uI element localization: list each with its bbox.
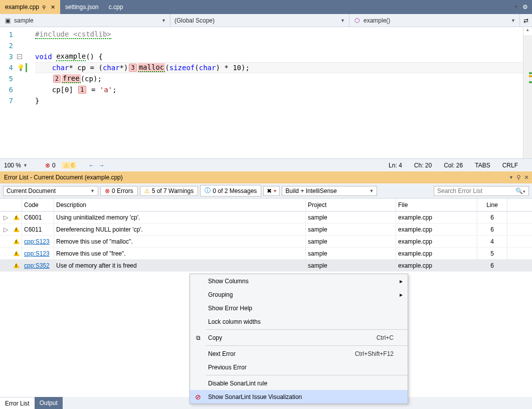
- tab-example-cpp[interactable]: example.cpp ⚲ ✕: [0, 0, 60, 14]
- cell-description: Use of memory after it is freed: [54, 260, 306, 271]
- column-code[interactable]: Code: [22, 198, 54, 211]
- table-row[interactable]: cpp:S123Remove this use of "malloc".samp…: [0, 236, 532, 248]
- filter-icon-button[interactable]: ✖▾: [263, 186, 280, 196]
- class-dropdown[interactable]: ▣ sample ▼: [0, 14, 170, 27]
- menu-grouping[interactable]: Grouping▸: [190, 288, 408, 301]
- fold-icon[interactable]: −: [17, 54, 22, 59]
- column-line[interactable]: Line: [477, 198, 507, 211]
- messages-filter-button[interactable]: ⓘ 0 of 2 Messages: [200, 185, 261, 196]
- cell-file: example.cpp: [396, 224, 477, 235]
- class-icon: ▣: [4, 17, 11, 24]
- cell-line: 6: [477, 224, 507, 235]
- build-filter-dropdown[interactable]: Build + IntelliSense▼: [282, 186, 377, 196]
- back-arrow-icon[interactable]: ←: [88, 162, 94, 169]
- menu-previous-error[interactable]: Previous Error: [190, 360, 408, 374]
- code-text: (: [195, 64, 199, 72]
- menu-show-help[interactable]: Show Error Help: [190, 301, 408, 315]
- warning-count[interactable]: ⚠ 6: [62, 162, 77, 169]
- issue-marker-2[interactable]: 2: [53, 75, 61, 83]
- lightbulb-icon[interactable]: 💡: [17, 64, 25, 71]
- tab-c-cpp[interactable]: c.cpp: [104, 0, 128, 14]
- chevron-down-icon: ▼: [340, 18, 345, 23]
- scope-dropdown[interactable]: (Global Scope) ▼: [170, 14, 349, 27]
- zoom-dropdown[interactable]: 100 % ▼: [4, 162, 39, 169]
- search-input[interactable]: [437, 187, 515, 194]
- cell-file: example.cpp: [396, 212, 477, 223]
- column-project[interactable]: Project: [306, 198, 396, 211]
- column-description[interactable]: Description: [54, 198, 306, 211]
- cell-description: Using uninitialized memory 'cp'.: [54, 212, 306, 223]
- cell-file: example.cpp: [396, 260, 477, 271]
- table-row[interactable]: ▷C6001Using uninitialized memory 'cp'.sa…: [0, 212, 532, 224]
- menu-show-columns[interactable]: Show Columns▸: [190, 274, 408, 288]
- gear-icon[interactable]: ⚙: [522, 4, 528, 11]
- panel-title: Error List - Current Document (example.c…: [4, 174, 123, 181]
- code-text: =: [87, 86, 100, 94]
- grid-header: Code Description Project File Line: [0, 198, 532, 212]
- code-text: (cp);: [81, 75, 102, 83]
- errors-filter-button[interactable]: ⊗ 0 Errors: [100, 186, 138, 196]
- line-indicator[interactable]: Ln: 4: [389, 162, 402, 169]
- code-area[interactable]: #include <cstdlib> void example() { char…: [35, 27, 523, 158]
- table-row[interactable]: ▷C6011Dereferencing NULL pointer 'cp'.sa…: [0, 224, 532, 236]
- warning-icon: [11, 212, 22, 223]
- column-indicator[interactable]: Col: 26: [444, 162, 463, 169]
- expand-icon[interactable]: [0, 260, 11, 271]
- copy-icon: ⧉: [194, 334, 202, 341]
- menu-show-sonarlint-viz[interactable]: ⊘Show SonarLint Issue Visualization: [190, 390, 408, 403]
- error-list-header: Error List - Current Document (example.c…: [0, 171, 532, 183]
- code-text: char: [199, 64, 216, 72]
- pin-icon[interactable]: ⚲: [42, 5, 46, 10]
- issue-marker-1[interactable]: 1: [78, 86, 86, 94]
- change-marker: [26, 63, 27, 72]
- cell-project: sample: [306, 236, 396, 247]
- expand-icon[interactable]: [0, 248, 11, 259]
- search-icon[interactable]: 🔍▾: [515, 187, 525, 194]
- menu-lock-widths[interactable]: Lock column widths: [190, 315, 408, 328]
- code-text: [52, 53, 56, 61]
- pin-icon[interactable]: ⚲: [516, 174, 521, 181]
- error-count[interactable]: ⊗ 0: [45, 162, 56, 169]
- tab-settings-json[interactable]: settings.json: [60, 0, 104, 14]
- tab-error-list[interactable]: Error List: [0, 397, 35, 409]
- cell-line: 6: [477, 212, 507, 223]
- line-ending[interactable]: CRLF: [502, 162, 518, 169]
- close-icon[interactable]: ✕: [51, 4, 55, 11]
- dropdown-icon[interactable]: ▼: [509, 175, 513, 180]
- code-text: ;: [112, 86, 116, 94]
- table-row[interactable]: cpp:S352Use of memory after it is freeds…: [0, 260, 532, 272]
- dropdown-icon[interactable]: ▼: [514, 5, 518, 10]
- code-editor[interactable]: 1 2 3− 4💡 5 6 7 #include <cstdlib> void …: [0, 27, 532, 158]
- table-row[interactable]: cpp:S123Remove this use of "free".sample…: [0, 248, 532, 260]
- cell-description: Remove this use of "free".: [54, 248, 306, 259]
- cell-project: sample: [306, 212, 396, 223]
- swap-icon[interactable]: ⇄: [520, 17, 532, 24]
- warnings-filter-button[interactable]: ⚠ 5 of 7 Warnings: [140, 186, 199, 196]
- issue-marker-3[interactable]: 3: [129, 64, 136, 72]
- navigation-bar: ▣ sample ▼ (Global Scope) ▼ ⬡ example() …: [0, 14, 532, 27]
- expand-icon[interactable]: ▷: [0, 212, 11, 223]
- scroll-up-icon[interactable]: ▴: [523, 27, 532, 35]
- warning-icon: [11, 236, 22, 247]
- menu-disable-sonarlint[interactable]: Disable SonarLint rule: [190, 376, 408, 390]
- error-search[interactable]: 🔍▾: [434, 186, 529, 196]
- indent-mode[interactable]: TABS: [475, 162, 490, 169]
- member-dropdown[interactable]: ⬡ example() ▼: [349, 14, 520, 27]
- expand-icon[interactable]: ▷: [0, 224, 11, 235]
- scrollbar[interactable]: ▴: [523, 27, 532, 158]
- tab-output[interactable]: Output: [35, 397, 63, 409]
- char-indicator[interactable]: Ch: 20: [414, 162, 432, 169]
- close-icon[interactable]: ✕: [524, 174, 529, 181]
- menu-copy[interactable]: ⧉CopyCtrl+C: [190, 331, 408, 344]
- line-number: 5: [0, 75, 17, 83]
- nav-arrows: ← →: [88, 162, 104, 169]
- expand-icon[interactable]: [0, 236, 11, 247]
- scope-filter-dropdown[interactable]: Current Document▼: [3, 186, 98, 196]
- column-file[interactable]: File: [396, 198, 477, 211]
- code-text: char: [103, 64, 120, 72]
- forward-arrow-icon[interactable]: →: [98, 162, 104, 169]
- line-number: 2: [0, 42, 17, 50]
- code-text: ) * 10);: [216, 64, 249, 72]
- menu-next-error[interactable]: Next ErrorCtrl+Shift+F12: [190, 347, 408, 360]
- scroll-marker: [529, 81, 532, 83]
